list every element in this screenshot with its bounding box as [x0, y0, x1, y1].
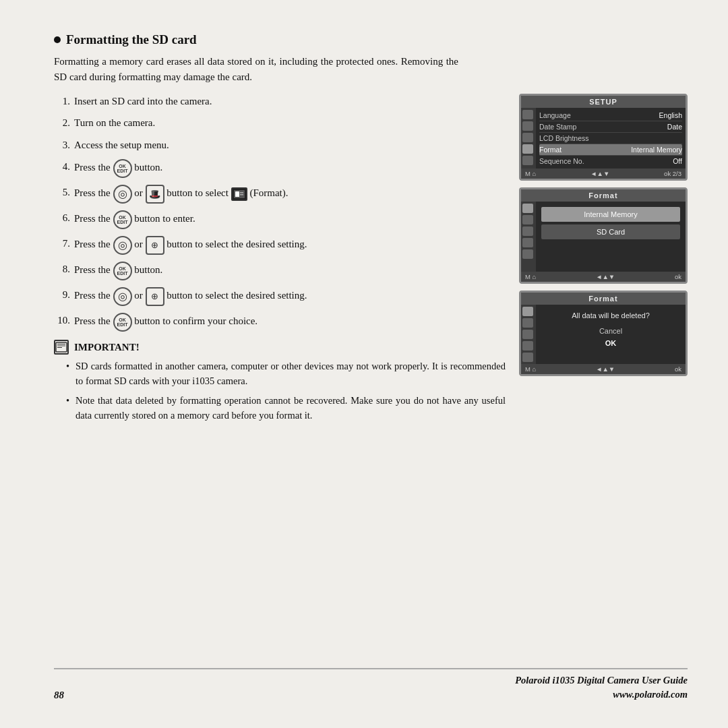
step-5: 5. Press the ◎ or 🎩 button to select (Fo… [54, 185, 506, 204]
setup-row-datestamp: Date Stamp Date [539, 121, 682, 133]
svg-rect-2 [240, 192, 243, 193]
format-confirm-footer-nav: ◄▲▼ [596, 365, 615, 373]
format-side-icon-2 [522, 215, 533, 224]
setup-val-datestamp: Date [667, 123, 682, 131]
confirm-side-icon-2 [522, 318, 533, 328]
step-text-5: Press the ◎ or 🎩 button to select (Forma… [74, 185, 506, 204]
format-menu-screen: Format Internal Memory SD Card [519, 187, 688, 284]
ok-edit-button-icon-step4: OKEDIT [113, 159, 132, 178]
page-number: 88 [54, 690, 64, 701]
title-bullet [54, 36, 61, 43]
format-icon-step5 [231, 187, 247, 201]
format-confirm-text: All data will be deleted? [541, 311, 680, 320]
step-num-1: 1. [54, 94, 70, 109]
setup-label-language: Language [539, 111, 571, 119]
svg-rect-1 [235, 191, 239, 197]
format-menu-footer-nav: ◄▲▼ [596, 273, 615, 280]
step-7: 7. Press the ◎ or ⊕ button to select the… [54, 236, 506, 255]
format-menu-footer: M ⌂ ◄▲▼ ok [521, 272, 686, 282]
page: Formatting the SD card Formatting a memo… [0, 0, 728, 728]
screens-column: SETUP Language English [519, 94, 688, 669]
important-item-1: SD cards formatted in another camera, co… [66, 359, 506, 389]
format-menu-footer-left: M ⌂ [525, 273, 536, 280]
setup-val-format: Internal Memory [631, 146, 682, 154]
important-item-2: Note that data deleted by formatting ope… [66, 393, 506, 423]
step-num-3: 3. [54, 138, 70, 153]
step-4: 4. Press the OKEDIT button. [54, 159, 506, 178]
nav-down-icon-step5: 🎩 [146, 185, 164, 204]
format-confirm-footer: M ⌂ ◄▲▼ ok [521, 364, 686, 374]
step-3: 3. Access the setup menu. [54, 138, 506, 153]
setup-screen: SETUP Language English [519, 94, 688, 181]
step-text-3: Access the setup menu. [74, 138, 506, 153]
ok-edit-button-icon-step10: OKEDIT [113, 313, 132, 332]
nav-up-icon-step5: ◎ [113, 185, 132, 204]
format-side-icon-5 [522, 249, 533, 259]
step-text-1: Insert an SD card into the camera. [74, 94, 506, 109]
format-confirm-ok: OK [541, 337, 680, 349]
step-text-4: Press the OKEDIT button. [74, 159, 506, 178]
format-side-icon-3 [522, 226, 533, 236]
step-text-9: Press the ◎ or ⊕ button to select the de… [74, 287, 506, 306]
screen-side-icon-4 [522, 144, 533, 154]
main-content: 1. Insert an SD card into the camera. 2.… [54, 94, 688, 669]
format-menu-footer-ok: ok [675, 273, 681, 280]
step-num-6: 6. [54, 210, 70, 229]
step-text-8: Press the OKEDIT button. [74, 262, 506, 280]
step-8: 8. Press the OKEDIT button. [54, 262, 506, 280]
nav-down-icon-step9: ⊕ [146, 287, 164, 306]
setup-footer-nav: ◄▲▼ [590, 170, 609, 177]
step-num-7: 7. [54, 236, 70, 255]
steps-column: 1. Insert an SD card into the camera. 2.… [54, 94, 506, 669]
setup-label-format: Format [539, 146, 562, 154]
ok-edit-button-icon-step6: OKEDIT [113, 210, 132, 229]
important-list: SD cards formatted in another camera, co… [54, 359, 506, 423]
setup-label-seqno: Sequence No. [539, 157, 584, 165]
confirm-side-icon-5 [522, 353, 533, 362]
setup-row-format: Format Internal Memory [539, 144, 682, 156]
format-side-icon-1 [522, 204, 533, 213]
step-1: 1. Insert an SD card into the camera. [54, 94, 506, 109]
step-num-9: 9. [54, 287, 70, 306]
step-num-10: 10. [54, 313, 70, 332]
svg-rect-3 [240, 194, 243, 195]
setup-footer-left: M ⌂ [525, 170, 536, 177]
format-confirm-screen: Format All data will be deleted? Cancel … [519, 291, 688, 376]
step-text-6: Press the OKEDIT button to enter. [74, 210, 506, 229]
important-section: IMPORTANT! SD cards formatted in another… [54, 340, 506, 423]
screen-side-icon-2 [522, 121, 533, 131]
footer-brand-line1: Polaroid i1035 Digital Camera User Guide [515, 673, 688, 687]
screen-side-icon-1 [522, 110, 533, 119]
nav-up-icon-step7: ◎ [113, 236, 132, 255]
step-text-7: Press the ◎ or ⊕ button to select the de… [74, 236, 506, 255]
step-2: 2. Turn on the camera. [54, 115, 506, 131]
page-footer: 88 Polaroid i1035 Digital Camera User Gu… [54, 668, 688, 701]
setup-label-lcd: LCD Brightness [539, 134, 589, 142]
setup-val-seqno: Off [673, 157, 682, 165]
footer-brand: Polaroid i1035 Digital Camera User Guide… [515, 673, 688, 701]
setup-footer-ok: ok 2/3 [664, 170, 681, 177]
setup-row-lcd: LCD Brightness [539, 133, 682, 144]
screen-side-icon-3 [522, 133, 533, 142]
step-9: 9. Press the ◎ or ⊕ button to select the… [54, 287, 506, 306]
confirm-side-icon-1 [522, 307, 533, 316]
important-label: IMPORTANT! [74, 342, 140, 353]
step-num-4: 4. [54, 159, 70, 178]
format-menu-header: Format [521, 189, 686, 202]
setup-row-language: Language English [539, 110, 682, 121]
setup-screen-header: SETUP [521, 96, 686, 108]
format-menu-item-sd: SD Card [541, 224, 680, 239]
footer-brand-line2: www.polaroid.com [515, 688, 688, 701]
step-text-2: Turn on the camera. [74, 115, 506, 131]
step-10: 10. Press the OKEDIT button to confirm y… [54, 313, 506, 332]
setup-label-datestamp: Date Stamp [539, 123, 576, 131]
screen-side-icon-5 [522, 156, 533, 165]
confirm-side-icon-3 [522, 330, 533, 339]
step-num-8: 8. [54, 262, 70, 280]
format-confirm-footer-ok: ok [675, 365, 681, 373]
format-confirm-header: Format [521, 293, 686, 305]
nav-down-icon-step7: ⊕ [146, 236, 164, 255]
format-confirm-cancel: Cancel [541, 325, 680, 337]
step-text-10: Press the OKEDIT button to confirm your … [74, 313, 506, 332]
confirm-side-icon-4 [522, 341, 533, 351]
